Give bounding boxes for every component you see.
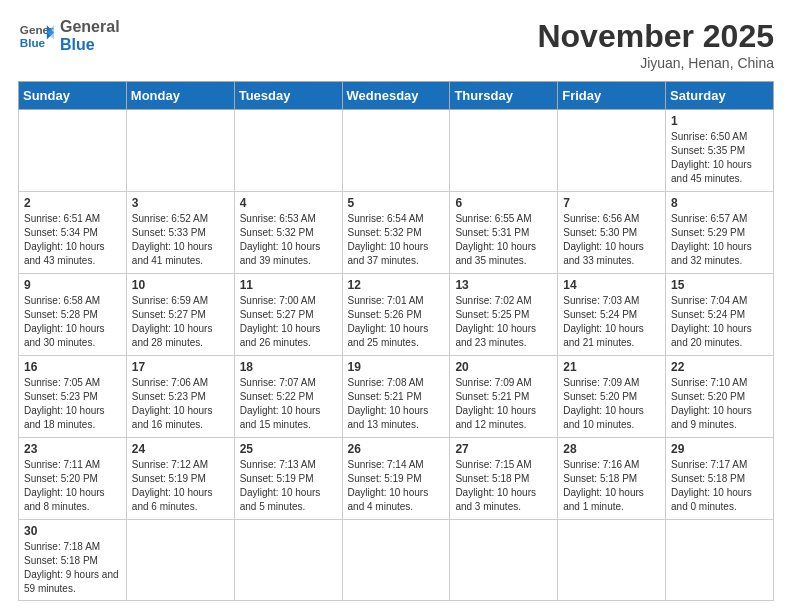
table-row: 9 Sunrise: 6:58 AMSunset: 5:28 PMDayligh…: [19, 274, 774, 356]
svg-text:Blue: Blue: [20, 36, 46, 49]
day-empty: [234, 110, 342, 192]
title-block: November 2025 Jiyuan, Henan, China: [537, 18, 774, 71]
day-22: 22 Sunrise: 7:10 AMSunset: 5:20 PMDaylig…: [666, 356, 774, 438]
day-16: 16 Sunrise: 7:05 AMSunset: 5:23 PMDaylig…: [19, 356, 127, 438]
logo: General Blue General Blue: [18, 18, 120, 54]
day-26: 26 Sunrise: 7:14 AMSunset: 5:19 PMDaylig…: [342, 438, 450, 520]
day-empty: [666, 520, 774, 601]
table-row: 30 Sunrise: 7:18 AMSunset: 5:18 PMDaylig…: [19, 520, 774, 601]
header-monday: Monday: [126, 82, 234, 110]
day-29: 29 Sunrise: 7:17 AMSunset: 5:18 PMDaylig…: [666, 438, 774, 520]
header-sunday: Sunday: [19, 82, 127, 110]
day-4: 4 Sunrise: 6:53 AMSunset: 5:32 PMDayligh…: [234, 192, 342, 274]
day-19: 19 Sunrise: 7:08 AMSunset: 5:21 PMDaylig…: [342, 356, 450, 438]
day-27: 27 Sunrise: 7:15 AMSunset: 5:18 PMDaylig…: [450, 438, 558, 520]
table-row: 1 Sunrise: 6:50 AMSunset: 5:35 PMDayligh…: [19, 110, 774, 192]
day-24: 24 Sunrise: 7:12 AMSunset: 5:19 PMDaylig…: [126, 438, 234, 520]
day-2: 2 Sunrise: 6:51 AMSunset: 5:34 PMDayligh…: [19, 192, 127, 274]
logo-general: General: [60, 18, 120, 36]
day-5: 5 Sunrise: 6:54 AMSunset: 5:32 PMDayligh…: [342, 192, 450, 274]
day-25: 25 Sunrise: 7:13 AMSunset: 5:19 PMDaylig…: [234, 438, 342, 520]
day-empty: [450, 110, 558, 192]
table-row: 23 Sunrise: 7:11 AMSunset: 5:20 PMDaylig…: [19, 438, 774, 520]
weekday-header-row: Sunday Monday Tuesday Wednesday Thursday…: [19, 82, 774, 110]
logo-blue: Blue: [60, 36, 120, 54]
day-28: 28 Sunrise: 7:16 AMSunset: 5:18 PMDaylig…: [558, 438, 666, 520]
day-30: 30 Sunrise: 7:18 AMSunset: 5:18 PMDaylig…: [19, 520, 127, 601]
day-empty: [19, 110, 127, 192]
day-empty: [450, 520, 558, 601]
day-6: 6 Sunrise: 6:55 AMSunset: 5:31 PMDayligh…: [450, 192, 558, 274]
header-thursday: Thursday: [450, 82, 558, 110]
header-friday: Friday: [558, 82, 666, 110]
day-13: 13 Sunrise: 7:02 AMSunset: 5:25 PMDaylig…: [450, 274, 558, 356]
day-3: 3 Sunrise: 6:52 AMSunset: 5:33 PMDayligh…: [126, 192, 234, 274]
day-15: 15 Sunrise: 7:04 AMSunset: 5:24 PMDaylig…: [666, 274, 774, 356]
location: Jiyuan, Henan, China: [537, 55, 774, 71]
month-title: November 2025: [537, 18, 774, 55]
day-18: 18 Sunrise: 7:07 AMSunset: 5:22 PMDaylig…: [234, 356, 342, 438]
logo-icon: General Blue: [18, 18, 54, 54]
day-empty: [558, 110, 666, 192]
page: General Blue General Blue November 2025 …: [0, 0, 792, 612]
day-12: 12 Sunrise: 7:01 AMSunset: 5:26 PMDaylig…: [342, 274, 450, 356]
table-row: 2 Sunrise: 6:51 AMSunset: 5:34 PMDayligh…: [19, 192, 774, 274]
day-7: 7 Sunrise: 6:56 AMSunset: 5:30 PMDayligh…: [558, 192, 666, 274]
day-empty: [126, 520, 234, 601]
day-23: 23 Sunrise: 7:11 AMSunset: 5:20 PMDaylig…: [19, 438, 127, 520]
day-empty: [342, 110, 450, 192]
day-11: 11 Sunrise: 7:00 AMSunset: 5:27 PMDaylig…: [234, 274, 342, 356]
day-17: 17 Sunrise: 7:06 AMSunset: 5:23 PMDaylig…: [126, 356, 234, 438]
header-wednesday: Wednesday: [342, 82, 450, 110]
day-empty: [234, 520, 342, 601]
day-1: 1 Sunrise: 6:50 AMSunset: 5:35 PMDayligh…: [666, 110, 774, 192]
header: General Blue General Blue November 2025 …: [18, 18, 774, 71]
day-21: 21 Sunrise: 7:09 AMSunset: 5:20 PMDaylig…: [558, 356, 666, 438]
header-tuesday: Tuesday: [234, 82, 342, 110]
day-9: 9 Sunrise: 6:58 AMSunset: 5:28 PMDayligh…: [19, 274, 127, 356]
day-empty: [126, 110, 234, 192]
day-empty: [558, 520, 666, 601]
table-row: 16 Sunrise: 7:05 AMSunset: 5:23 PMDaylig…: [19, 356, 774, 438]
calendar-table: Sunday Monday Tuesday Wednesday Thursday…: [18, 81, 774, 601]
day-14: 14 Sunrise: 7:03 AMSunset: 5:24 PMDaylig…: [558, 274, 666, 356]
day-8: 8 Sunrise: 6:57 AMSunset: 5:29 PMDayligh…: [666, 192, 774, 274]
day-10: 10 Sunrise: 6:59 AMSunset: 5:27 PMDaylig…: [126, 274, 234, 356]
day-20: 20 Sunrise: 7:09 AMSunset: 5:21 PMDaylig…: [450, 356, 558, 438]
header-saturday: Saturday: [666, 82, 774, 110]
day-empty: [342, 520, 450, 601]
